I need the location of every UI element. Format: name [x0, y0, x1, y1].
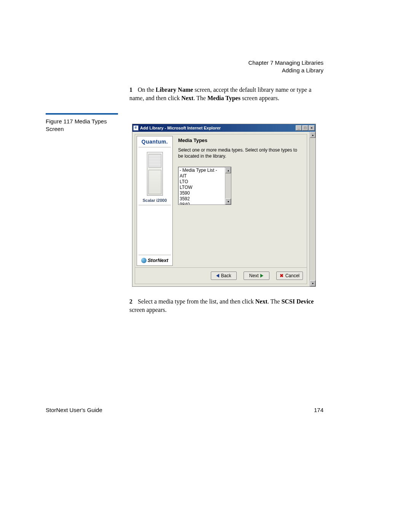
minimize-button[interactable]: _: [296, 125, 302, 131]
maximize-button[interactable]: □: [302, 125, 308, 131]
ie-icon: [133, 125, 139, 131]
listbox-scrollbar[interactable]: ▴ ▾: [225, 167, 231, 204]
section-label: Adding a Library: [248, 67, 323, 74]
add-library-window: Add Library - Microsoft Internet Explore…: [132, 124, 316, 287]
globe-icon: [141, 258, 147, 263]
scalar-label: Scalar i2000: [143, 198, 167, 203]
step-2-text: 2 Select a media type from the list, and…: [129, 297, 320, 315]
figure-caption-rule: [46, 113, 118, 115]
step-1-text: 1 On the Library Name screen, accept the…: [129, 86, 327, 103]
footer-guide-title: StorNext User's Guide: [46, 407, 102, 413]
back-arrow-icon: [216, 274, 219, 278]
footer-page-number: 174: [314, 407, 323, 413]
wizard-sidebar: Quantum. Scalar i2000 StorNext: [137, 136, 173, 266]
window-title: Add Library - Microsoft Internet Explore…: [140, 126, 221, 130]
list-item[interactable]: LTO: [180, 179, 224, 185]
quantum-logo: Quantum.: [142, 139, 168, 145]
scroll-up-icon[interactable]: ▴: [310, 132, 315, 138]
wizard-heading: Media Types: [178, 137, 303, 143]
page-header: Chapter 7 Managing Libraries Adding a Li…: [248, 59, 323, 75]
library-illustration: [147, 152, 163, 196]
next-button[interactable]: Next: [244, 272, 269, 280]
cancel-button[interactable]: ✖ Cancel: [276, 272, 303, 280]
back-button[interactable]: Back: [211, 272, 237, 280]
list-item[interactable]: AIT: [180, 173, 224, 179]
list-scroll-down-icon[interactable]: ▾: [225, 198, 231, 204]
stornext-logo: StorNext: [141, 257, 168, 263]
ie-scrollbar[interactable]: ▴ ▾: [309, 132, 315, 286]
next-arrow-icon: [260, 274, 263, 278]
cancel-x-icon: ✖: [280, 273, 284, 278]
step-2-number: 2: [129, 297, 136, 306]
media-type-listbox[interactable]: - Media Type List - AIT LTO LTOW 3590 35…: [178, 167, 231, 205]
list-item[interactable]: 3592: [180, 196, 224, 202]
list-item[interactable]: 3590: [180, 190, 224, 196]
scroll-down-icon[interactable]: ▾: [310, 280, 315, 286]
wizard-main: Media Types Select one or more media typ…: [174, 134, 307, 267]
wizard-description: Select one or more media types. Select o…: [178, 147, 303, 159]
wizard-area: Quantum. Scalar i2000 StorNext Media Typ…: [132, 132, 309, 286]
window-titlebar[interactable]: Add Library - Microsoft Internet Explore…: [132, 124, 315, 132]
figure-caption: Figure 117 Media Types Screen: [46, 118, 118, 133]
list-header[interactable]: - Media Type List -: [180, 168, 224, 173]
list-item[interactable]: 9840: [180, 202, 224, 204]
list-item[interactable]: LTOW: [180, 185, 224, 190]
chapter-label: Chapter 7 Managing Libraries: [248, 59, 323, 67]
step-1-number: 1: [129, 86, 136, 94]
wizard-footer: Back Next ✖ Cancel: [135, 267, 307, 284]
list-scroll-up-icon[interactable]: ▴: [225, 167, 231, 173]
close-button[interactable]: ×: [309, 125, 315, 131]
